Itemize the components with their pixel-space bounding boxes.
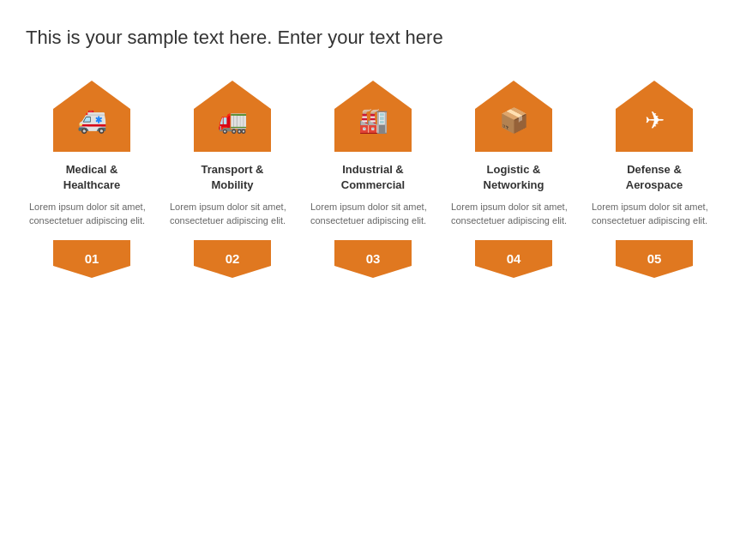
card-3: 🏭 Industrial &CommercialLorem ipsum dolo… xyxy=(307,76,439,278)
card-body-2: Lorem ipsum dolor sit amet, consectetuer… xyxy=(166,200,298,228)
truck-icon: 🚛 xyxy=(218,106,248,135)
factory-icon: 🏭 xyxy=(358,106,388,135)
card-body-3: Lorem ipsum dolor sit amet, consectetuer… xyxy=(307,200,439,228)
card-1: 🚑 Medical &HealthcareLorem ipsum dolor s… xyxy=(26,76,158,278)
card-body-4: Lorem ipsum dolor sit amet, consectetuer… xyxy=(448,200,580,228)
icon-house: 🚑 xyxy=(49,76,135,154)
card-2: 🚛 Transport &MobilityLorem ipsum dolor s… xyxy=(166,76,298,278)
card-title-5: Defense &Aerospace xyxy=(626,162,683,193)
number-badge-4: 04 xyxy=(475,240,552,278)
plane-icon: ✈ xyxy=(645,106,665,135)
card-4: 📦 Logistic &NetworkingLorem ipsum dolor … xyxy=(448,76,580,278)
card-title-3: Industrial &Commercial xyxy=(341,162,405,193)
card-body-1: Lorem ipsum dolor sit amet, consectetuer… xyxy=(26,200,158,228)
card-5: ✈ Defense &AerospaceLorem ipsum dolor si… xyxy=(588,76,720,278)
badge-number-2: 02 xyxy=(226,251,240,266)
cards-container: 🚑 Medical &HealthcareLorem ipsum dolor s… xyxy=(26,76,720,543)
badge-number-4: 04 xyxy=(507,251,521,266)
boxes-icon: 📦 xyxy=(499,106,529,135)
icon-house: 📦 xyxy=(471,76,556,154)
badge-number-1: 01 xyxy=(85,251,99,266)
number-badge-5: 05 xyxy=(616,240,693,278)
badge-number-5: 05 xyxy=(647,251,662,266)
card-title-4: Logistic &Networking xyxy=(484,162,544,193)
card-title-2: Transport &Mobility xyxy=(202,162,264,193)
card-body-5: Lorem ipsum dolor sit amet, consectetuer… xyxy=(588,200,720,228)
icon-house: 🚛 xyxy=(190,76,275,154)
number-badge-2: 02 xyxy=(194,240,271,278)
badge-number-3: 03 xyxy=(366,251,381,266)
icon-house: ✈ xyxy=(611,76,697,154)
icon-house: 🏭 xyxy=(330,76,416,154)
number-badge-1: 01 xyxy=(53,240,130,278)
page-title: This is your sample text here. Enter you… xyxy=(26,26,720,51)
page: This is your sample text here. Enter you… xyxy=(0,0,746,560)
number-badge-3: 03 xyxy=(334,240,412,278)
card-title-1: Medical &Healthcare xyxy=(63,162,120,193)
ambulance-icon: 🚑 xyxy=(77,106,107,135)
